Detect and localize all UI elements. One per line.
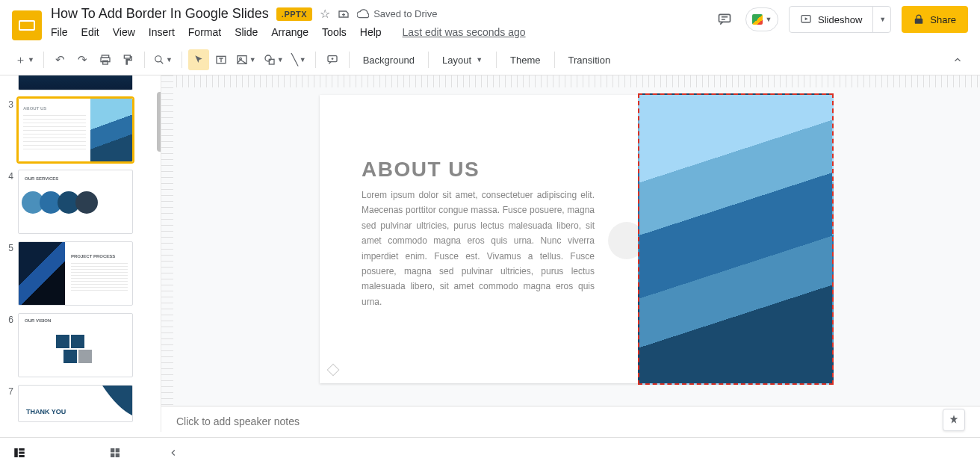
share-button[interactable]: Share — [902, 6, 968, 33]
slideshow-button[interactable]: Slideshow ▼ — [789, 6, 891, 33]
svg-rect-20 — [19, 455, 25, 457]
svg-rect-15 — [63, 350, 77, 363]
slide-title[interactable]: ABOUT US — [362, 158, 480, 182]
last-edit-link[interactable]: Last edit was seconds ago — [403, 26, 526, 38]
speaker-notes[interactable]: Click to add speaker notes — [161, 406, 980, 437]
slide-number-placeholder — [327, 364, 340, 377]
layout-button[interactable]: Layout▼ — [435, 49, 490, 70]
comment-tool[interactable] — [322, 49, 343, 70]
saved-to-drive[interactable]: Saved to Drive — [357, 8, 437, 20]
svg-rect-11 — [269, 59, 274, 64]
grid-view-icon[interactable] — [105, 442, 125, 463]
svg-rect-5 — [124, 55, 130, 58]
meet-button[interactable]: ▼ — [745, 7, 778, 31]
select-tool[interactable] — [188, 49, 209, 70]
menu-edit[interactable]: Edit — [81, 26, 99, 38]
textbox-tool[interactable] — [211, 49, 232, 70]
svg-rect-19 — [19, 451, 25, 454]
document-title[interactable]: How To Add Border In Google Slides — [51, 6, 269, 22]
svg-rect-0 — [719, 14, 731, 22]
redo-button[interactable]: ↷ — [72, 49, 93, 70]
svg-point-10 — [265, 55, 271, 61]
line-tool[interactable]: ╲▼ — [288, 49, 309, 70]
explore-button[interactable] — [943, 409, 965, 431]
star-icon[interactable]: ☆ — [320, 7, 330, 21]
slide-canvas[interactable]: ABOUT US Lorem ipsum dolor sit amet, con… — [320, 95, 832, 383]
new-slide-button[interactable]: ＋▼ — [12, 49, 37, 70]
svg-rect-24 — [116, 453, 120, 457]
collapse-filmstrip-icon[interactable] — [163, 442, 184, 463]
svg-rect-16 — [78, 350, 92, 363]
print-button[interactable] — [95, 49, 116, 70]
toolbar: ＋▼ ↶ ↷ ▼ ▼ ▼ ╲▼ Background Lay — [0, 45, 980, 75]
svg-point-6 — [155, 56, 161, 62]
comments-icon[interactable] — [714, 9, 735, 30]
menu-bar: File Edit View Insert Format Slide Arran… — [51, 26, 705, 38]
svg-rect-21 — [111, 448, 114, 452]
slides-logo[interactable] — [12, 10, 42, 40]
svg-rect-13 — [56, 335, 69, 348]
background-button[interactable]: Background — [356, 49, 422, 70]
slide-body[interactable]: Lorem ipsum dolor sit amet, consectetuer… — [362, 188, 595, 309]
slide-image-selected[interactable] — [638, 93, 834, 385]
menu-tools[interactable]: Tools — [322, 26, 347, 38]
slide-thumb-7[interactable]: THANK YOU — [18, 385, 133, 422]
slide-thumb-5[interactable]: PROJECT PROCESS — [18, 241, 133, 306]
filmstrip-view-icon[interactable] — [9, 442, 30, 463]
filmstrip[interactable]: 3 ABOUT US 4 OUR SERVICES 5 — [0, 75, 161, 432]
menu-arrange[interactable]: Arrange — [271, 26, 308, 38]
svg-rect-14 — [71, 335, 84, 348]
ruler-horizontal — [176, 75, 980, 87]
menu-format[interactable]: Format — [188, 26, 221, 38]
slide-thumb-3[interactable]: ABOUT US — [18, 98, 133, 162]
image-tool[interactable]: ▼ — [233, 49, 259, 70]
menu-view[interactable]: View — [113, 26, 135, 38]
transition-button[interactable]: Transition — [561, 49, 618, 70]
slide-thumb-2[interactable] — [18, 75, 133, 90]
shape-tool[interactable]: ▼ — [261, 49, 287, 70]
undo-button[interactable]: ↶ — [50, 49, 71, 70]
theme-button[interactable]: Theme — [503, 49, 548, 70]
menu-insert[interactable]: Insert — [149, 26, 175, 38]
menu-slide[interactable]: Slide — [235, 26, 258, 38]
ruler-vertical — [161, 75, 173, 432]
svg-rect-22 — [116, 448, 120, 452]
slide-thumb-6[interactable]: OUR VISION — [18, 313, 133, 377]
pptx-badge: .PPTX — [276, 7, 312, 21]
collapse-toolbar-icon[interactable] — [947, 49, 968, 70]
svg-rect-17 — [14, 448, 18, 457]
slide-thumb-4[interactable]: OUR SERVICES — [18, 170, 133, 234]
title-bar: How To Add Border In Google Slides .PPTX… — [0, 0, 980, 40]
menu-file[interactable]: File — [51, 26, 68, 38]
paint-format-button[interactable] — [117, 49, 138, 70]
move-icon[interactable] — [338, 8, 350, 20]
zoom-button[interactable]: ▼ — [151, 49, 176, 70]
slideshow-dropdown[interactable]: ▼ — [872, 7, 890, 32]
main-area: 3 ABOUT US 4 OUR SERVICES 5 — [0, 75, 980, 432]
bottom-bar — [0, 437, 980, 467]
canvas-area[interactable]: ABOUT US Lorem ipsum dolor sit amet, con… — [161, 75, 980, 432]
svg-rect-23 — [111, 453, 114, 457]
svg-rect-18 — [19, 448, 25, 451]
menu-help[interactable]: Help — [360, 26, 382, 38]
